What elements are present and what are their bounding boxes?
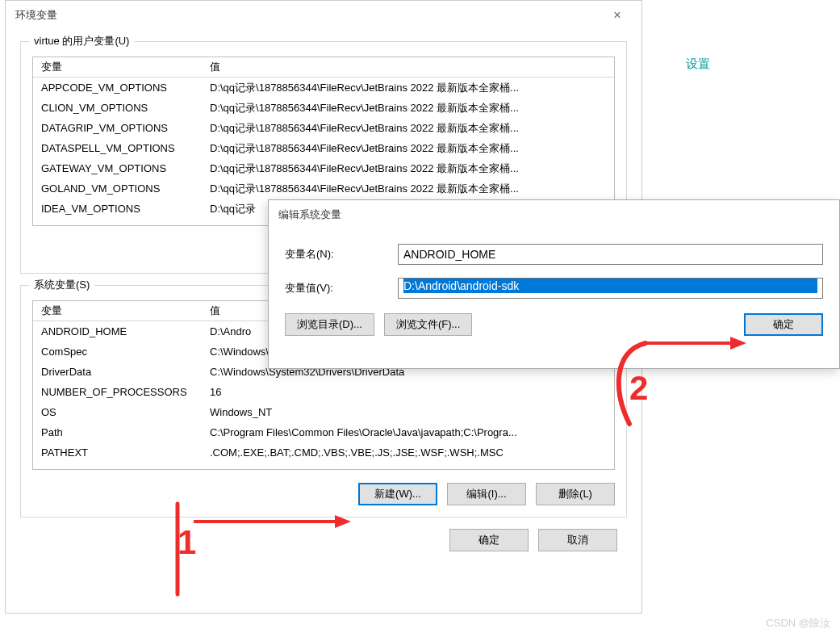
edit-btn-row: 浏览目录(D)... 浏览文件(F)... 确定 bbox=[285, 313, 823, 336]
table-row[interactable]: CLION_VM_OPTIONSD:\qq记录\1878856344\FileR… bbox=[33, 98, 614, 118]
var-name-cell: Path bbox=[33, 426, 207, 438]
table-header: 变量 值 bbox=[33, 57, 614, 78]
watermark: CSDN @除汝 bbox=[766, 616, 830, 631]
var-value-cell: D:\qq记录\1878856344\FileRecv\JetBrains 20… bbox=[207, 81, 614, 95]
table-row[interactable]: DATAGRIP_VM_OPTIONSD:\qq记录\1878856344\Fi… bbox=[33, 118, 614, 138]
value-row: 变量值(V): D:\Android\android-sdk bbox=[285, 278, 823, 299]
edit-titlebar: 编辑系统变量 bbox=[269, 200, 839, 229]
var-value-cell: C:\Program Files\Common Files\Oracle\Jav… bbox=[207, 426, 614, 438]
value-label: 变量值(V): bbox=[285, 281, 398, 295]
var-name-cell: NUMBER_OF_PROCESSORS bbox=[33, 386, 207, 398]
var-value-cell: D:\qq记录\1878856344\FileRecv\JetBrains 20… bbox=[207, 161, 614, 176]
col-val-header[interactable]: 值 bbox=[207, 60, 614, 74]
env-ok-button[interactable]: 确定 bbox=[449, 529, 529, 551]
col-var-header[interactable]: 变量 bbox=[33, 60, 207, 74]
var-name-cell: OS bbox=[33, 406, 207, 418]
var-value-cell: 16 bbox=[207, 386, 614, 398]
var-name-cell: DATASPELL_VM_OPTIONS bbox=[33, 142, 207, 154]
close-icon[interactable]: × bbox=[601, 3, 633, 27]
user-vars-title: virtue 的用户变量(U) bbox=[29, 34, 134, 48]
table-row[interactable]: GATEWAY_VM_OPTIONSD:\qq记录\1878856344\Fil… bbox=[33, 158, 614, 178]
var-name-cell: CLION_VM_OPTIONS bbox=[33, 102, 207, 114]
name-input[interactable] bbox=[398, 244, 823, 265]
edit-title: 编辑系统变量 bbox=[278, 207, 831, 222]
var-value-cell: D:\qq记录\1878856344\FileRecv\JetBrains 20… bbox=[207, 101, 614, 115]
sys-delete-button[interactable]: 删除(L) bbox=[536, 483, 615, 505]
var-value-cell: D:\qq记录\1878856344\FileRecv\JetBrains 20… bbox=[207, 141, 614, 156]
var-name-cell: GOLAND_VM_OPTIONS bbox=[33, 182, 207, 195]
table-row[interactable]: OSWindows_NT bbox=[33, 402, 614, 422]
env-title: 环境变量 bbox=[15, 8, 601, 23]
sys-new-button[interactable]: 新建(W)... bbox=[358, 483, 437, 505]
sys-btn-row: 新建(W)... 编辑(I)... 删除(L) bbox=[32, 483, 615, 505]
table-row[interactable]: GOLAND_VM_OPTIONSD:\qq记录\1878856344\File… bbox=[33, 178, 614, 199]
var-name-cell: GATEWAY_VM_OPTIONS bbox=[33, 162, 207, 174]
var-name-cell: IDEA_VM_OPTIONS bbox=[33, 203, 207, 215]
sys-edit-button[interactable]: 编辑(I)... bbox=[447, 483, 526, 505]
table-row[interactable]: PATHEXT.COM;.EXE;.BAT;.CMD;.VBS;.VBE;.JS… bbox=[33, 442, 614, 463]
var-value-cell: D:\qq记录\1878856344\FileRecv\JetBrains 20… bbox=[207, 182, 614, 196]
final-btn-row: 确定 取消 bbox=[30, 529, 617, 551]
edit-ok-button[interactable]: 确定 bbox=[744, 313, 823, 336]
var-name-cell: ANDROID_HOME bbox=[33, 325, 207, 337]
sys-vars-title: 系统变量(S) bbox=[29, 278, 94, 292]
side-link[interactable]: 设置 bbox=[686, 57, 710, 72]
browse-file-button[interactable]: 浏览文件(F)... bbox=[384, 313, 472, 336]
table-row[interactable]: APPCODE_VM_OPTIONSD:\qq记录\1878856344\Fil… bbox=[33, 78, 614, 98]
browse-dir-button[interactable]: 浏览目录(D)... bbox=[285, 313, 374, 336]
var-name-cell: DriverData bbox=[33, 366, 207, 378]
var-value-cell: .COM;.EXE;.BAT;.CMD;.VBS;.VBE;.JS;.JSE;.… bbox=[207, 446, 614, 459]
var-value-cell: D:\qq记录\1878856344\FileRecv\JetBrains 20… bbox=[207, 121, 614, 136]
var-name-cell: PATHEXT bbox=[33, 446, 207, 459]
name-row: 变量名(N): bbox=[285, 244, 823, 265]
var-name-cell: DATAGRIP_VM_OPTIONS bbox=[33, 122, 207, 134]
table-row[interactable]: DATASPELL_VM_OPTIONSD:\qq记录\1878856344\F… bbox=[33, 138, 614, 158]
edit-variable-dialog: 编辑系统变量 变量名(N): 变量值(V): D:\Android\androi… bbox=[268, 199, 840, 369]
var-value-cell: Windows_NT bbox=[207, 406, 614, 418]
env-titlebar: 环境变量 × bbox=[6, 1, 641, 30]
var-name-cell: ComSpec bbox=[33, 346, 207, 358]
table-row[interactable]: PathC:\Program Files\Common Files\Oracle… bbox=[33, 422, 614, 442]
col-var-header[interactable]: 变量 bbox=[33, 304, 207, 318]
name-label: 变量名(N): bbox=[285, 247, 398, 262]
value-input[interactable]: D:\Android\android-sdk bbox=[398, 278, 823, 299]
table-row[interactable]: NUMBER_OF_PROCESSORS16 bbox=[33, 382, 614, 402]
env-cancel-button[interactable]: 取消 bbox=[538, 529, 617, 551]
var-name-cell: APPCODE_VM_OPTIONS bbox=[33, 82, 207, 94]
